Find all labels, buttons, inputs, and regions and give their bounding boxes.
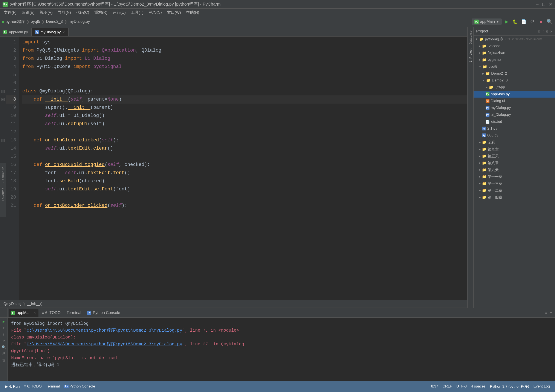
coverage-button[interactable]: 📄 — [520, 18, 527, 26]
tree-item-di5tian[interactable]: ▶ 📁 第五天 — [474, 153, 555, 159]
status-terminal[interactable]: Terminal — [44, 384, 61, 389]
output-line-4: File "C:\Users\54358\Documents\python程序\… — [11, 341, 552, 348]
tree-item-di9zhang[interactable]: ▶ 📁 第九章 — [474, 146, 555, 153]
bottom-minimize-icon[interactable]: − — [550, 310, 552, 315]
bottom-tab-run[interactable]: ▶ appMain ✕ — [9, 309, 38, 317]
tree-uicbat-label: uic.bat — [491, 119, 502, 124]
search-everywhere-button[interactable]: 🔍 — [546, 18, 553, 26]
window-controls[interactable]: − □ ✕ — [536, 1, 552, 7]
tree-item-feijidazhan[interactable]: ▶ 📁 feijidazhan — [474, 49, 555, 56]
run-play-button[interactable]: ▶ — [1, 318, 7, 325]
lvtab-structure[interactable]: 2: Structure — [1, 165, 5, 185]
tree-dialogui-label: Dialog.ui — [491, 99, 505, 103]
tab-appMain[interactable]: Py appMain.py — [0, 28, 32, 36]
vtab-project[interactable]: 1: Project — [468, 47, 473, 64]
tree-008py-icon: Py — [482, 133, 486, 137]
tree-item-di14zhang[interactable]: ▶ 📁 第十四章 — [474, 194, 555, 201]
breadcrumb-class[interactable]: QmyDialog — [3, 302, 22, 306]
status-todo[interactable]: ≡ 6: TODO — [22, 384, 44, 389]
tree-root[interactable]: ▼ 📁 python程序 C:\Users\54358\Documents — [474, 36, 555, 43]
breadcrumb-python[interactable]: ◆ python程序 ❯ pyqt5 ❯ Demo2_3 ❯ myDialog.… — [2, 19, 90, 24]
maximize-button[interactable]: □ — [542, 1, 545, 7]
tree-item-pygame[interactable]: ▶ 📁 pygame — [474, 56, 555, 63]
run-clear-button[interactable]: 🗑 — [1, 357, 7, 363]
menu-item-c[interactable]: 代码(C) — [74, 9, 91, 16]
output-line-5: @pyqtSlot(bool) — [11, 348, 552, 355]
tree-item-di12zhang[interactable]: ▶ 📁 第十二章 — [474, 187, 555, 194]
run-tab-close[interactable]: ✕ — [33, 311, 36, 315]
profile-button[interactable]: ⏱ — [528, 18, 536, 26]
tree-item-pyqt5[interactable]: ▼ 📁 pyqt5 — [474, 63, 555, 70]
status-indent[interactable]: 4 spaces — [469, 384, 487, 389]
fold-btnClear[interactable]: − — [0, 136, 6, 144]
output-link-2[interactable]: C:\Users\54358\Documents\python程序\pyqt5\… — [27, 342, 182, 347]
menu-item-f[interactable]: 文件(F) — [2, 9, 19, 16]
debug-button[interactable]: 🐛 — [511, 18, 519, 26]
tree-item-quancai[interactable]: ▶ 📁 全彩 — [474, 139, 555, 146]
tree-item-demo2-2[interactable]: ▶ 📁 Demo2_2 — [474, 70, 555, 77]
tab-myDialog-icon: Py — [35, 30, 39, 34]
tree-item-008py[interactable]: Py 008.py — [474, 132, 555, 139]
tree-item-appmain[interactable]: Py appMain.py — [474, 91, 555, 97]
status-python-console[interactable]: Py Python Console — [62, 384, 97, 389]
menu-item-u[interactable]: 运行(U) — [110, 9, 128, 16]
bottom-tab-todo[interactable]: ≡ 6: TODO — [39, 309, 63, 317]
tree-item-di6tian[interactable]: ▶ 📁 第六天 — [474, 166, 555, 173]
menu-item-w[interactable]: 窗口(W) — [165, 9, 183, 16]
tree-item-21py[interactable]: Py 2.1.py — [474, 125, 555, 132]
breadcrumb-method[interactable]: __init__() — [27, 302, 42, 306]
vtab-database[interactable]: Database — [468, 29, 473, 46]
project-header-close[interactable]: ✕ — [550, 29, 552, 34]
menu-item-t[interactable]: 工具(T) — [129, 9, 146, 16]
run-filter-button[interactable]: 🔍 — [1, 344, 7, 350]
bottom-tab-terminal[interactable]: Terminal — [64, 309, 84, 317]
menu-item-vcss[interactable]: VCS(S) — [146, 9, 164, 15]
output-line-1: from myDialog import QmyDialog — [11, 320, 552, 327]
tree-item-qtapp[interactable]: ▶ 📁 QtApp — [474, 84, 555, 91]
run-print-button[interactable]: 🖶 — [1, 351, 7, 357]
tree-item-uicbat[interactable]: 📄 uic.bat — [474, 118, 555, 125]
menu-item-e[interactable]: 编辑(E) — [20, 9, 37, 16]
status-python-version[interactable]: Python 3.7 (python程序) — [488, 384, 531, 389]
run-scroll-up[interactable]: ⇧ — [1, 325, 7, 331]
menu-item-r[interactable]: 重构(R) — [92, 9, 110, 16]
project-header-expand[interactable]: ↕ — [542, 29, 544, 34]
tree-item-demo2-3[interactable]: ▼ 📁 Demo2_3 — [474, 77, 555, 84]
close-button[interactable]: ✕ — [548, 1, 552, 7]
run-scroll-down[interactable]: ⇩ — [1, 331, 7, 337]
tree-item-uidialog[interactable]: Py ui_Dialog.py — [474, 111, 555, 118]
tree-item-mydialog[interactable]: Py myDialog.py — [474, 104, 555, 111]
stop-button[interactable]: ■ — [537, 18, 545, 26]
code-editor[interactable]: − − − − — [0, 37, 473, 300]
project-header-settings[interactable]: ⚙ — [546, 29, 548, 34]
bottom-settings-icon[interactable]: ⚙ — [545, 310, 547, 316]
run-config-selector[interactable]: Py appMain ▼ — [472, 18, 502, 25]
tree-item-dialogui[interactable]: UI Dialog.ui — [474, 97, 555, 104]
project-header-gear[interactable]: ⚙ — [538, 29, 540, 34]
fold-class[interactable]: − — [0, 87, 6, 96]
menu-item-h[interactable]: 帮助(H) — [184, 9, 201, 16]
minimize-button[interactable]: − — [536, 1, 539, 7]
lvtab-favorites[interactable]: Favorites — [1, 186, 5, 203]
status-line-col[interactable]: 8:37 — [429, 384, 440, 389]
status-run-icon[interactable]: ▶ 4: Run — [3, 384, 22, 389]
code-content[interactable]: import sys from PyQt5.QtWidgets import Q… — [19, 37, 470, 300]
bottom-tab-python-console[interactable]: Py Python Console — [85, 309, 123, 317]
tree-item-di11zhang[interactable]: ▶ 📁 第十一章 — [474, 173, 555, 180]
tree-mydialog-icon: Py — [486, 106, 489, 110]
tree-item-vscode[interactable]: ▶ 📁 .vscode — [474, 43, 555, 49]
status-event-log[interactable]: Event Log — [532, 384, 552, 389]
tree-item-di13zhang[interactable]: ▶ 📁 第十三章 — [474, 180, 555, 187]
run-wrap-button[interactable]: ↩ — [1, 338, 7, 344]
tab-myDialog-close[interactable]: ✕ — [62, 30, 65, 34]
output-link-1[interactable]: C:\Users\54358\Documents\python程序\pyqt5\… — [27, 328, 182, 333]
tab-myDialog[interactable]: Py myDialog.py ✕ — [32, 28, 69, 36]
menu-item-v[interactable]: 视图(V) — [38, 9, 55, 16]
status-crlf[interactable]: CRLF — [441, 384, 453, 389]
menu-item-n[interactable]: 导航(N) — [56, 9, 73, 16]
main-layout: Py appMain.py Py myDialog.py ✕ − — [0, 27, 555, 308]
fold-init[interactable]: − — [0, 96, 6, 104]
tree-item-di8zhang[interactable]: ▶ 📁 第八章 — [474, 159, 555, 166]
status-encoding[interactable]: UTF-8 — [455, 384, 468, 389]
run-button[interactable]: ▶ — [503, 18, 510, 26]
